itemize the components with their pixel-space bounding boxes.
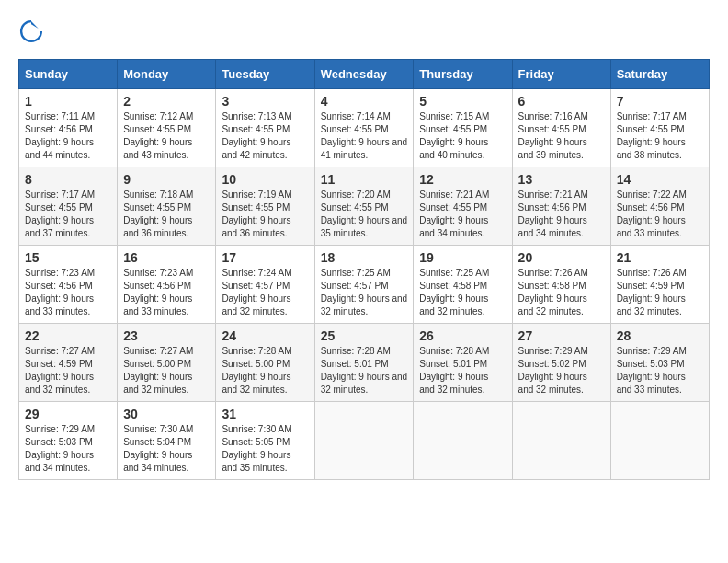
day-info: Sunrise: 7:25 AM Sunset: 4:57 PM Dayligh… bbox=[321, 267, 408, 318]
day-number: 21 bbox=[617, 250, 703, 265]
day-cell: 16 Sunrise: 7:23 AM Sunset: 4:56 PM Dayl… bbox=[118, 246, 216, 324]
day-cell: 15 Sunrise: 7:23 AM Sunset: 4:56 PM Dayl… bbox=[19, 246, 118, 324]
day-cell: 18 Sunrise: 7:25 AM Sunset: 4:57 PM Dayl… bbox=[314, 246, 414, 324]
day-info: Sunrise: 7:28 AM Sunset: 5:00 PM Dayligh… bbox=[222, 345, 308, 396]
weekday-header-wednesday: Wednesday bbox=[314, 60, 414, 89]
day-cell: 3 Sunrise: 7:13 AM Sunset: 4:55 PM Dayli… bbox=[216, 89, 314, 167]
day-cell bbox=[512, 402, 610, 480]
day-info: Sunrise: 7:21 AM Sunset: 4:56 PM Dayligh… bbox=[518, 189, 605, 240]
day-cell: 26 Sunrise: 7:28 AM Sunset: 5:01 PM Dayl… bbox=[414, 324, 512, 402]
day-cell: 31 Sunrise: 7:30 AM Sunset: 5:05 PM Dayl… bbox=[216, 402, 314, 480]
day-cell: 1 Sunrise: 7:11 AM Sunset: 4:56 PM Dayli… bbox=[19, 89, 118, 167]
day-cell: 24 Sunrise: 7:28 AM Sunset: 5:00 PM Dayl… bbox=[216, 324, 314, 402]
day-number: 25 bbox=[321, 328, 408, 343]
day-info: Sunrise: 7:22 AM Sunset: 4:56 PM Dayligh… bbox=[617, 189, 703, 240]
day-number: 28 bbox=[617, 328, 703, 343]
day-info: Sunrise: 7:30 AM Sunset: 5:04 PM Dayligh… bbox=[123, 423, 210, 475]
day-number: 20 bbox=[518, 250, 605, 265]
day-cell: 6 Sunrise: 7:16 AM Sunset: 4:55 PM Dayli… bbox=[512, 89, 610, 167]
day-number: 3 bbox=[222, 94, 308, 109]
day-number: 8 bbox=[25, 172, 111, 187]
day-info: Sunrise: 7:17 AM Sunset: 4:55 PM Dayligh… bbox=[617, 110, 703, 162]
week-row-4: 22 Sunrise: 7:27 AM Sunset: 4:59 PM Dayl… bbox=[19, 324, 710, 402]
day-number: 2 bbox=[123, 94, 210, 109]
weekday-header-sunday: Sunday bbox=[19, 60, 118, 89]
day-info: Sunrise: 7:17 AM Sunset: 4:55 PM Dayligh… bbox=[25, 189, 111, 240]
day-number: 7 bbox=[617, 94, 703, 109]
day-info: Sunrise: 7:23 AM Sunset: 4:56 PM Dayligh… bbox=[25, 267, 111, 318]
day-number: 16 bbox=[123, 250, 210, 265]
day-number: 18 bbox=[321, 250, 408, 265]
day-info: Sunrise: 7:19 AM Sunset: 4:55 PM Dayligh… bbox=[222, 189, 308, 240]
day-number: 6 bbox=[518, 94, 605, 109]
day-number: 30 bbox=[123, 407, 210, 421]
weekday-header-monday: Monday bbox=[118, 60, 216, 89]
day-info: Sunrise: 7:24 AM Sunset: 4:57 PM Dayligh… bbox=[222, 267, 308, 318]
day-cell: 10 Sunrise: 7:19 AM Sunset: 4:55 PM Dayl… bbox=[216, 167, 314, 246]
day-info: Sunrise: 7:26 AM Sunset: 4:58 PM Dayligh… bbox=[518, 267, 605, 318]
day-cell: 30 Sunrise: 7:30 AM Sunset: 5:04 PM Dayl… bbox=[118, 402, 216, 480]
day-info: Sunrise: 7:27 AM Sunset: 5:00 PM Dayligh… bbox=[123, 345, 210, 396]
day-info: Sunrise: 7:12 AM Sunset: 4:55 PM Dayligh… bbox=[123, 110, 210, 162]
day-number: 23 bbox=[123, 328, 210, 343]
weekday-header-friday: Friday bbox=[512, 60, 610, 89]
day-number: 22 bbox=[25, 328, 111, 343]
day-cell bbox=[314, 402, 414, 480]
day-number: 10 bbox=[222, 172, 308, 187]
day-info: Sunrise: 7:29 AM Sunset: 5:03 PM Dayligh… bbox=[617, 345, 703, 396]
day-info: Sunrise: 7:27 AM Sunset: 4:59 PM Dayligh… bbox=[25, 345, 111, 396]
day-cell: 8 Sunrise: 7:17 AM Sunset: 4:55 PM Dayli… bbox=[19, 167, 118, 246]
logo bbox=[18, 18, 48, 44]
day-cell: 9 Sunrise: 7:18 AM Sunset: 4:55 PM Dayli… bbox=[118, 167, 216, 246]
day-info: Sunrise: 7:28 AM Sunset: 5:01 PM Dayligh… bbox=[321, 345, 408, 396]
day-number: 14 bbox=[617, 172, 703, 187]
day-number: 19 bbox=[419, 250, 506, 265]
day-info: Sunrise: 7:30 AM Sunset: 5:05 PM Dayligh… bbox=[222, 423, 308, 475]
day-info: Sunrise: 7:26 AM Sunset: 4:59 PM Dayligh… bbox=[617, 267, 703, 318]
day-cell bbox=[610, 402, 709, 480]
week-row-2: 8 Sunrise: 7:17 AM Sunset: 4:55 PM Dayli… bbox=[19, 167, 710, 246]
calendar-table: SundayMondayTuesdayWednesdayThursdayFrid… bbox=[18, 59, 710, 480]
day-cell: 7 Sunrise: 7:17 AM Sunset: 4:55 PM Dayli… bbox=[610, 89, 709, 167]
day-info: Sunrise: 7:28 AM Sunset: 5:01 PM Dayligh… bbox=[419, 345, 506, 396]
day-info: Sunrise: 7:23 AM Sunset: 4:56 PM Dayligh… bbox=[123, 267, 210, 318]
day-number: 5 bbox=[419, 94, 506, 109]
day-cell: 17 Sunrise: 7:24 AM Sunset: 4:57 PM Dayl… bbox=[216, 246, 314, 324]
day-cell: 11 Sunrise: 7:20 AM Sunset: 4:55 PM Dayl… bbox=[314, 167, 414, 246]
day-info: Sunrise: 7:21 AM Sunset: 4:55 PM Dayligh… bbox=[419, 189, 506, 240]
day-cell: 2 Sunrise: 7:12 AM Sunset: 4:55 PM Dayli… bbox=[118, 89, 216, 167]
day-number: 26 bbox=[419, 328, 506, 343]
weekday-header-thursday: Thursday bbox=[414, 60, 512, 89]
day-number: 4 bbox=[321, 94, 408, 109]
day-number: 12 bbox=[419, 172, 506, 187]
day-number: 17 bbox=[222, 250, 308, 265]
day-cell: 23 Sunrise: 7:27 AM Sunset: 5:00 PM Dayl… bbox=[118, 324, 216, 402]
day-info: Sunrise: 7:14 AM Sunset: 4:55 PM Dayligh… bbox=[321, 110, 408, 162]
day-cell: 20 Sunrise: 7:26 AM Sunset: 4:58 PM Dayl… bbox=[512, 246, 610, 324]
day-info: Sunrise: 7:13 AM Sunset: 4:55 PM Dayligh… bbox=[222, 110, 308, 162]
day-number: 13 bbox=[518, 172, 605, 187]
day-cell: 5 Sunrise: 7:15 AM Sunset: 4:55 PM Dayli… bbox=[414, 89, 512, 167]
day-info: Sunrise: 7:29 AM Sunset: 5:03 PM Dayligh… bbox=[25, 423, 111, 475]
day-info: Sunrise: 7:15 AM Sunset: 4:55 PM Dayligh… bbox=[419, 110, 506, 162]
week-row-5: 29 Sunrise: 7:29 AM Sunset: 5:03 PM Dayl… bbox=[19, 402, 710, 480]
logo-icon bbox=[18, 18, 44, 44]
weekday-header-row: SundayMondayTuesdayWednesdayThursdayFrid… bbox=[19, 60, 710, 89]
day-cell: 25 Sunrise: 7:28 AM Sunset: 5:01 PM Dayl… bbox=[314, 324, 414, 402]
day-number: 24 bbox=[222, 328, 308, 343]
day-number: 31 bbox=[222, 407, 308, 421]
day-cell: 22 Sunrise: 7:27 AM Sunset: 4:59 PM Dayl… bbox=[19, 324, 118, 402]
day-cell: 27 Sunrise: 7:29 AM Sunset: 5:02 PM Dayl… bbox=[512, 324, 610, 402]
day-info: Sunrise: 7:18 AM Sunset: 4:55 PM Dayligh… bbox=[123, 189, 210, 240]
day-info: Sunrise: 7:11 AM Sunset: 4:56 PM Dayligh… bbox=[25, 110, 111, 162]
day-cell: 12 Sunrise: 7:21 AM Sunset: 4:55 PM Dayl… bbox=[414, 167, 512, 246]
day-info: Sunrise: 7:16 AM Sunset: 4:55 PM Dayligh… bbox=[518, 110, 605, 162]
day-cell: 13 Sunrise: 7:21 AM Sunset: 4:56 PM Dayl… bbox=[512, 167, 610, 246]
day-cell: 14 Sunrise: 7:22 AM Sunset: 4:56 PM Dayl… bbox=[610, 167, 709, 246]
day-cell: 4 Sunrise: 7:14 AM Sunset: 4:55 PM Dayli… bbox=[314, 89, 414, 167]
day-number: 1 bbox=[25, 94, 111, 109]
weekday-header-tuesday: Tuesday bbox=[216, 60, 314, 89]
day-number: 27 bbox=[518, 328, 605, 343]
day-info: Sunrise: 7:25 AM Sunset: 4:58 PM Dayligh… bbox=[419, 267, 506, 318]
day-cell: 28 Sunrise: 7:29 AM Sunset: 5:03 PM Dayl… bbox=[610, 324, 709, 402]
